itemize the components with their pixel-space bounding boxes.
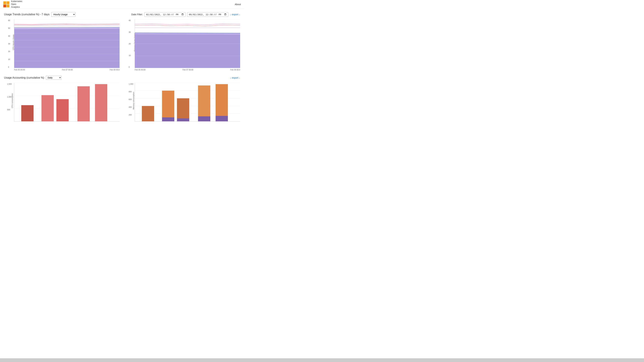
svg-rect-34 bbox=[162, 117, 174, 121]
svg-rect-24 bbox=[56, 99, 68, 121]
memory-chart-svg bbox=[135, 19, 240, 68]
svg-rect-3 bbox=[6, 4, 10, 7]
mem-y-tick-0: 0 bbox=[129, 66, 131, 68]
mem-x-tick-3: Feb 09 00:0 bbox=[230, 69, 240, 71]
bar-charts-row: CPU consumption 1,500 1,000 500 bbox=[4, 83, 240, 121]
svg-marker-5 bbox=[14, 29, 120, 68]
svg-rect-36 bbox=[177, 118, 189, 121]
mem-y-tick-30: 30 bbox=[129, 31, 131, 33]
section2-title: Usage Accounting (cumulative %) bbox=[4, 76, 44, 79]
cpu-bar-y-tick-1500: 1,500 bbox=[7, 83, 12, 85]
app-header: Kubernetes Opex Analytics About bbox=[0, 0, 244, 9]
main-content: Usage Trends (cumulative %) - 7 days Hou… bbox=[0, 9, 244, 125]
cpu-chart-area bbox=[14, 19, 120, 68]
section1-header: Usage Trends (cumulative %) - 7 days Hou… bbox=[4, 12, 240, 17]
section1-export-link[interactable]: ↓ export ↓ bbox=[230, 13, 240, 16]
cpu-x-tick-3: Feb 09 00:0 bbox=[110, 69, 120, 71]
y-tick-0: 0 bbox=[8, 66, 10, 68]
section2-export-link[interactable]: ↓ export ↓ bbox=[230, 76, 240, 79]
svg-rect-39 bbox=[216, 84, 228, 116]
svg-rect-35 bbox=[177, 98, 189, 118]
y-tick-40: 40 bbox=[8, 35, 10, 37]
mem-bar-y-tick-200: 200 bbox=[129, 114, 133, 116]
mem-bar-y-tick-400: 400 bbox=[129, 106, 133, 108]
memory-bar-chart-container: Memory consumption 1,000 800 600 400 200 bbox=[135, 83, 240, 121]
y-tick-10: 10 bbox=[8, 58, 10, 60]
cpu-bar-chart-container: CPU consumption 1,500 1,000 500 bbox=[14, 83, 120, 121]
logo-icon bbox=[3, 1, 10, 7]
y-tick-50: 50 bbox=[8, 27, 10, 29]
cpu-bar-chart-svg bbox=[14, 83, 120, 121]
cpu-x-tick-1: Feb 05 00:00 bbox=[14, 69, 25, 71]
mem-bar-y-tick-600: 600 bbox=[129, 98, 133, 100]
svg-rect-33 bbox=[162, 91, 174, 117]
logo: Kubernetes Opex Analytics bbox=[3, 0, 22, 8]
section2-title-row: Usage Accounting (cumulative %) Daily We… bbox=[4, 76, 62, 80]
y-tick-30: 30 bbox=[8, 43, 10, 45]
mem-y-tick-20: 20 bbox=[129, 43, 131, 45]
svg-rect-40 bbox=[216, 116, 228, 121]
section2-header: Usage Accounting (cumulative %) Daily We… bbox=[4, 76, 240, 80]
memory-chart-area bbox=[135, 19, 240, 68]
svg-rect-2 bbox=[3, 4, 6, 7]
svg-marker-14 bbox=[135, 34, 240, 68]
section1-title-row: Usage Trends (cumulative %) - 7 days Hou… bbox=[4, 12, 76, 17]
cpu-chart-svg bbox=[14, 19, 120, 68]
section1-title: Usage Trends (cumulative %) - 7 days bbox=[4, 13, 50, 16]
date-from-input[interactable] bbox=[144, 12, 186, 17]
cpu-bar-y-tick-1000: 1,000 bbox=[7, 96, 12, 98]
date-filter-label: Date Filter: bbox=[131, 13, 143, 16]
mem-x-tick-1: Feb 05 00:00 bbox=[135, 69, 146, 71]
svg-rect-1 bbox=[6, 1, 10, 4]
about-link[interactable]: About bbox=[234, 3, 241, 6]
accounting-period-dropdown[interactable]: Daily Weekly Monthly bbox=[46, 76, 62, 80]
y-tick-60: 60 bbox=[8, 19, 10, 21]
memory-bar-chart-svg bbox=[135, 83, 240, 121]
svg-rect-22 bbox=[21, 105, 34, 121]
trend-charts-row: CPU Hourly Usage 60 50 40 30 20 10 0 bbox=[4, 19, 240, 71]
mem-x-tick-2: Feb 07 00:00 bbox=[182, 69, 193, 71]
cpu-bar-chart-area bbox=[14, 83, 120, 121]
mem-y-tick-40: 40 bbox=[129, 19, 131, 21]
y-tick-20: 20 bbox=[8, 50, 10, 52]
svg-rect-26 bbox=[95, 84, 107, 121]
date-to-input[interactable] bbox=[187, 12, 228, 17]
mem-bar-y-tick-800: 800 bbox=[129, 91, 133, 93]
svg-rect-25 bbox=[78, 86, 90, 121]
usage-type-dropdown[interactable]: Hourly Usage Daily Usage Weekly Usage bbox=[51, 12, 76, 17]
date-filter-row: Date Filter: ↓ export ↓ bbox=[131, 12, 240, 17]
svg-rect-0 bbox=[3, 1, 6, 4]
cpu-bar-y-tick-500: 500 bbox=[7, 109, 12, 111]
logo-text: Kubernetes Opex Analytics bbox=[11, 0, 22, 8]
cpu-chart-container: CPU Hourly Usage 60 50 40 30 20 10 0 bbox=[14, 19, 120, 71]
svg-rect-23 bbox=[42, 95, 54, 121]
memory-bar-chart-area bbox=[135, 83, 240, 121]
svg-rect-37 bbox=[198, 85, 210, 116]
cpu-x-tick-2: Feb 07 00:00 bbox=[62, 69, 73, 71]
svg-rect-32 bbox=[142, 106, 154, 121]
mem-y-tick-10: 10 bbox=[129, 54, 131, 56]
memory-chart-container: Memory Hourly Usage 40 30 20 10 0 bbox=[135, 19, 240, 71]
mem-bar-y-tick-1000: 1,000 bbox=[129, 83, 133, 85]
svg-rect-38 bbox=[198, 116, 210, 121]
